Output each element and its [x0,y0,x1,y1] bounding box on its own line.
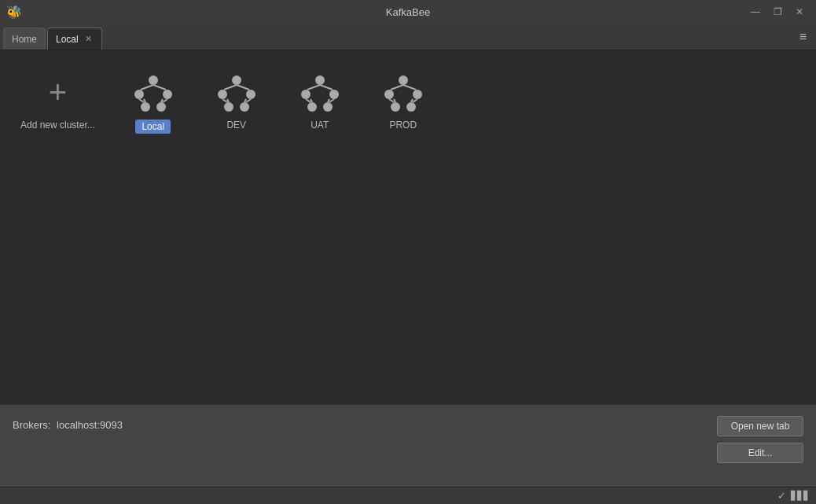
cluster-icon-local [128,71,178,113]
cluster-icon-prod [378,71,428,113]
svg-point-4 [156,102,166,112]
tab-local-close-icon[interactable]: ✕ [83,33,94,45]
cluster-label-uat: UAT [311,120,329,131]
svg-point-37 [406,102,416,112]
svg-line-41 [413,99,417,102]
brokers-info: Brokers: localhost:9093 [13,419,123,431]
svg-line-7 [139,99,144,102]
window-controls: — ❐ ✕ [745,4,810,20]
svg-point-3 [141,102,150,112]
brokers-value: localhost:9093 [57,419,123,431]
bottom-actions: Open new tab Edit... [717,416,803,463]
svg-line-18 [222,99,227,102]
status-check-icon: ✓ [777,490,786,502]
status-bar: ✓ ▋▋▋ [0,487,816,504]
kafka-icon-uat [296,72,344,112]
svg-point-1 [134,90,144,99]
svg-point-35 [413,90,422,99]
svg-line-5 [141,85,153,90]
kafka-icon-dev [213,72,260,112]
cluster-item-dev[interactable]: DEV [207,66,266,135]
cluster-item-prod[interactable]: PROD [373,66,433,135]
svg-point-24 [329,90,339,99]
svg-line-38 [391,85,403,90]
svg-line-28 [320,85,333,90]
svg-line-8 [163,99,167,102]
tab-home[interactable]: Home [3,28,46,50]
svg-point-36 [391,102,400,112]
restore-button[interactable]: ❐ [767,4,788,20]
close-button[interactable]: ✕ [789,4,810,20]
app-title: KafkaBee [386,6,430,18]
add-cluster-icon-wrapper: + [32,71,83,113]
kafka-icon-prod [380,72,427,112]
svg-line-6 [153,85,166,90]
edit-button[interactable]: Edit... [717,443,803,463]
open-new-tab-button[interactable]: Open new tab [717,416,803,436]
svg-line-40 [389,99,394,102]
svg-point-2 [163,90,172,99]
brokers-label: Brokers: [13,419,50,431]
cluster-label-add: Add new cluster... [20,120,95,131]
svg-point-14 [224,102,233,112]
add-icon: + [34,72,81,112]
minimize-button[interactable]: — [745,4,766,20]
cluster-item-uat[interactable]: UAT [290,66,350,135]
bottom-panel: Brokers: localhost:9093 Open new tab Edi… [0,404,816,487]
svg-point-33 [399,75,408,85]
svg-point-34 [384,90,394,99]
svg-line-19 [246,99,251,102]
cluster-item-local[interactable]: Local [123,66,183,138]
cluster-icon-dev [211,71,262,113]
svg-line-39 [403,85,416,90]
svg-line-27 [307,85,320,90]
cluster-icon-uat [295,71,345,113]
svg-point-22 [315,75,325,85]
svg-point-15 [240,102,249,112]
title-bar: 🐝 KafkaBee — ❐ ✕ [0,0,816,24]
tab-local-label: Local [56,34,79,45]
svg-point-0 [149,75,158,85]
svg-point-25 [307,102,317,112]
cluster-label-dev: DEV [226,120,246,131]
svg-line-17 [237,85,249,90]
main-content: + Add new cluster... Local [0,50,816,404]
svg-point-26 [323,102,333,112]
svg-point-11 [232,75,241,85]
tab-bar: Home Local ✕ ≡ [0,24,816,50]
cluster-item-add[interactable]: + Add new cluster... [16,66,100,135]
svg-line-30 [329,99,334,102]
tab-local[interactable]: Local ✕ [47,28,102,50]
tab-home-label: Home [12,34,37,45]
app-logo-icon: 🐝 [6,5,20,19]
title-bar-left: 🐝 [6,5,20,19]
svg-point-12 [218,90,227,99]
cluster-label-prod: PROD [389,120,417,131]
svg-point-13 [246,90,255,99]
svg-line-16 [224,85,237,90]
svg-line-29 [306,99,311,102]
kafka-icon-local [130,72,177,112]
svg-point-23 [301,90,311,99]
status-signal-icon: ▋▋▋ [791,491,810,501]
menu-button[interactable]: ≡ [795,28,811,46]
cluster-label-local: Local [135,120,171,134]
